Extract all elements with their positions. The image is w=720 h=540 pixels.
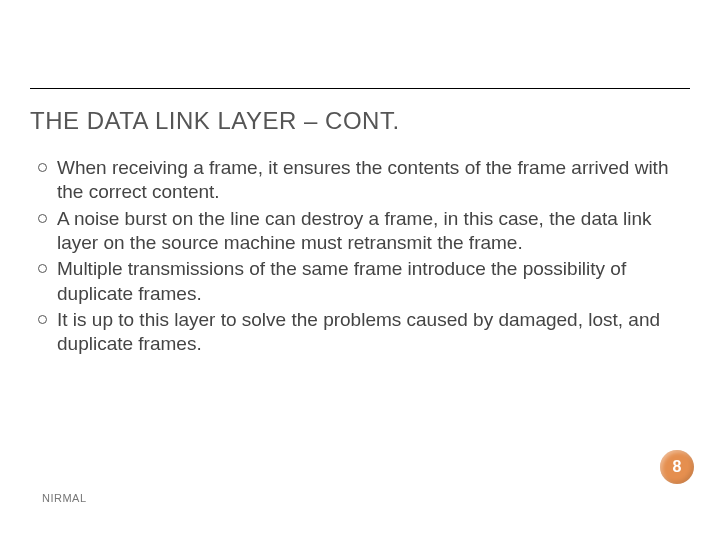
bullet-icon (38, 315, 47, 324)
list-item: When receiving a frame, it ensures the c… (38, 156, 692, 205)
bullet-icon (38, 264, 47, 273)
list-item-text: It is up to this layer to solve the prob… (57, 308, 692, 357)
list-item-text: When receiving a frame, it ensures the c… (57, 156, 692, 205)
list-item-text: A noise burst on the line can destroy a … (57, 207, 692, 256)
slide: THE DATA LINK LAYER – CONT. When receivi… (0, 0, 720, 540)
slide-title: THE DATA LINK LAYER – CONT. (30, 88, 690, 135)
page-number-badge: 8 (660, 450, 694, 484)
list-item: A noise burst on the line can destroy a … (38, 207, 692, 256)
bullet-icon (38, 163, 47, 172)
bullet-icon (38, 214, 47, 223)
list-item-text: Multiple transmissions of the same frame… (57, 257, 692, 306)
list-item: It is up to this layer to solve the prob… (38, 308, 692, 357)
footer-author: NIRMAL (42, 492, 87, 504)
slide-body: When receiving a frame, it ensures the c… (38, 156, 692, 359)
list-item: Multiple transmissions of the same frame… (38, 257, 692, 306)
